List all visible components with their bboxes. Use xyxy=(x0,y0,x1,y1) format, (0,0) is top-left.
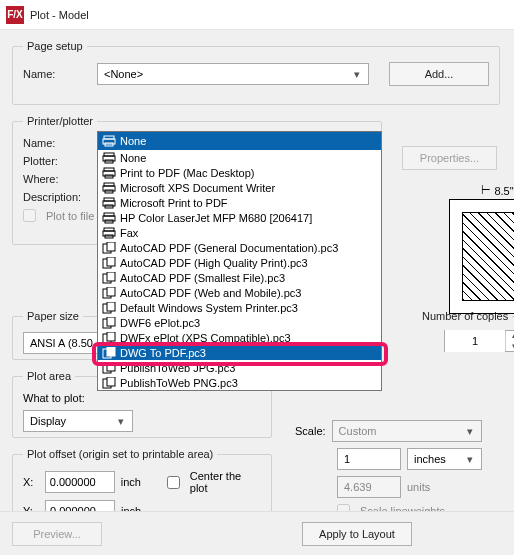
printer-option[interactable]: HP Color LaserJet MFP M680 [206417] xyxy=(98,210,381,225)
printer-option-label: Microsoft XPS Document Writer xyxy=(120,182,275,194)
scale-a-value[interactable]: 1 xyxy=(344,453,350,465)
printer-option-label: PublishToWeb PNG.pc3 xyxy=(120,377,238,389)
pc3-icon xyxy=(102,257,116,269)
svg-rect-22 xyxy=(107,242,115,251)
center-plot-checkbox[interactable] xyxy=(167,476,180,489)
paper-preview: ⊢8.5"⊣ 11.0" xyxy=(424,184,514,314)
svg-rect-28 xyxy=(107,287,115,296)
paper-width-dim: 8.5" xyxy=(494,185,513,197)
plot-area-legend: Plot area xyxy=(23,370,75,382)
printer-option[interactable]: DWF6 ePlot.pc3 xyxy=(98,315,381,330)
chevron-down-icon: ▾ xyxy=(350,67,364,81)
page-setup-group: Page setup Name: <None> ▾ Add... xyxy=(12,40,500,105)
printer-option-label: AutoCAD PDF (Web and Mobile).pc3 xyxy=(120,287,301,299)
page-setup-name-combo[interactable]: <None> ▾ xyxy=(97,63,369,85)
app-icon: F/X xyxy=(6,6,24,24)
printer-option[interactable]: Fax xyxy=(98,225,381,240)
offset-x-input[interactable] xyxy=(45,471,115,493)
printer-legend: Printer/plotter xyxy=(23,115,97,127)
printer-option-label: Print to PDF (Mac Desktop) xyxy=(120,167,254,179)
page-setup-name-label: Name: xyxy=(23,68,91,80)
titlebar: F/X Plot - Model xyxy=(0,0,514,30)
printer-option-label: HP Color LaserJet MFP M680 [206417] xyxy=(120,212,312,224)
pc3-icon xyxy=(102,332,116,344)
pc3-icon xyxy=(102,362,116,374)
printer-icon xyxy=(102,182,116,194)
svg-rect-36 xyxy=(107,347,115,356)
printer-icon xyxy=(102,135,116,147)
spin-down-icon[interactable]: ▾ xyxy=(506,341,514,351)
printer-dropdown-selected-text: None xyxy=(120,135,146,147)
pc3-icon xyxy=(102,317,116,329)
printer-option[interactable]: DWFx ePlot (XPS Compatible).pc3 xyxy=(98,330,381,345)
copies-value[interactable] xyxy=(445,330,505,352)
what-to-plot-value: Display xyxy=(30,415,66,427)
printer-icon xyxy=(102,152,116,164)
svg-rect-32 xyxy=(107,317,115,326)
plotter-label: Plotter: xyxy=(23,155,91,167)
printer-option[interactable]: Default Windows System Printer.pc3 xyxy=(98,300,381,315)
page-setup-name-value: <None> xyxy=(104,68,143,80)
printer-option[interactable]: DWG To PDF.pc3 xyxy=(98,345,381,360)
pc3-icon xyxy=(102,272,116,284)
printer-option-label: Default Windows System Printer.pc3 xyxy=(120,302,298,314)
plot-dialog: F/X Plot - Model Page setup Name: <None>… xyxy=(0,0,514,555)
printer-option-label: DWF6 ePlot.pc3 xyxy=(120,317,200,329)
scale-label: Scale: xyxy=(295,425,326,437)
printer-name-dropdown[interactable]: None NonePrint to PDF (Mac Desktop)Micro… xyxy=(97,131,382,391)
what-to-plot-label: What to plot: xyxy=(23,392,85,404)
properties-button: Properties... xyxy=(402,146,497,170)
printer-option-label: DWFx ePlot (XPS Compatible).pc3 xyxy=(120,332,291,344)
center-plot-label: Center the plot xyxy=(190,470,261,494)
paper-size-legend: Paper size xyxy=(23,310,83,322)
printer-option[interactable]: AutoCAD PDF (General Documentation).pc3 xyxy=(98,240,381,255)
paper-size-value: ANSI A (8.50 xyxy=(30,337,93,349)
pc3-icon xyxy=(102,287,116,299)
offset-x-label: X: xyxy=(23,476,39,488)
add-button[interactable]: Add... xyxy=(389,62,489,86)
chevron-down-icon: ▾ xyxy=(463,452,477,466)
pc3-icon xyxy=(102,242,116,254)
scale-group: Scale: Custom ▾ 1 inches ▾ 4.639 units xyxy=(295,420,514,523)
pc3-icon xyxy=(102,302,116,314)
chevron-down-icon: ▾ xyxy=(463,424,477,438)
printer-icon xyxy=(102,167,116,179)
printer-option[interactable]: AutoCAD PDF (Smallest File).pc3 xyxy=(98,270,381,285)
printer-option-label: Microsoft Print to PDF xyxy=(120,197,228,209)
description-label: Description: xyxy=(23,191,91,203)
printer-icon xyxy=(102,212,116,224)
svg-rect-30 xyxy=(107,302,115,311)
preview-button[interactable]: Preview... xyxy=(12,522,102,546)
where-label: Where: xyxy=(23,173,91,185)
svg-rect-26 xyxy=(107,272,115,281)
printer-option[interactable]: Microsoft Print to PDF xyxy=(98,195,381,210)
printer-option[interactable]: AutoCAD PDF (Web and Mobile).pc3 xyxy=(98,285,381,300)
plot-to-file-checkbox[interactable] xyxy=(23,209,36,222)
printer-option[interactable]: PublishToWeb JPG.pc3 xyxy=(98,360,381,375)
printer-option[interactable]: Print to PDF (Mac Desktop) xyxy=(98,165,381,180)
offset-x-unit: inch xyxy=(121,476,141,488)
copies-legend: Number of copies xyxy=(418,310,512,322)
scale-value: Custom xyxy=(339,425,377,437)
what-to-plot-combo[interactable]: Display ▾ xyxy=(23,410,133,432)
scale-a-unit-combo[interactable]: inches ▾ xyxy=(407,448,482,470)
printer-option-label: AutoCAD PDF (High Quality Print).pc3 xyxy=(120,257,308,269)
scale-combo[interactable]: Custom ▾ xyxy=(332,420,482,442)
svg-rect-38 xyxy=(107,362,115,371)
plot-to-file-label: Plot to file xyxy=(46,210,94,222)
apply-to-layout-button[interactable]: Apply to Layout xyxy=(302,522,412,546)
printer-option-label: AutoCAD PDF (General Documentation).pc3 xyxy=(120,242,338,254)
printer-option[interactable]: PublishToWeb PNG.pc3 xyxy=(98,375,381,390)
copies-spinner[interactable]: ▴▾ xyxy=(444,330,514,352)
printer-dropdown-selected[interactable]: None xyxy=(98,132,381,150)
scale-a-unit: inches xyxy=(414,453,446,465)
printer-option[interactable]: None xyxy=(98,150,381,165)
printer-icon xyxy=(102,197,116,209)
svg-rect-34 xyxy=(107,332,115,341)
printer-name-label: Name: xyxy=(23,137,91,149)
printer-option[interactable]: AutoCAD PDF (High Quality Print).pc3 xyxy=(98,255,381,270)
plot-offset-legend: Plot offset (origin set to printable are… xyxy=(23,448,217,460)
printer-option[interactable]: Microsoft XPS Document Writer xyxy=(98,180,381,195)
spin-up-icon[interactable]: ▴ xyxy=(506,331,514,341)
page-setup-legend: Page setup xyxy=(23,40,87,52)
